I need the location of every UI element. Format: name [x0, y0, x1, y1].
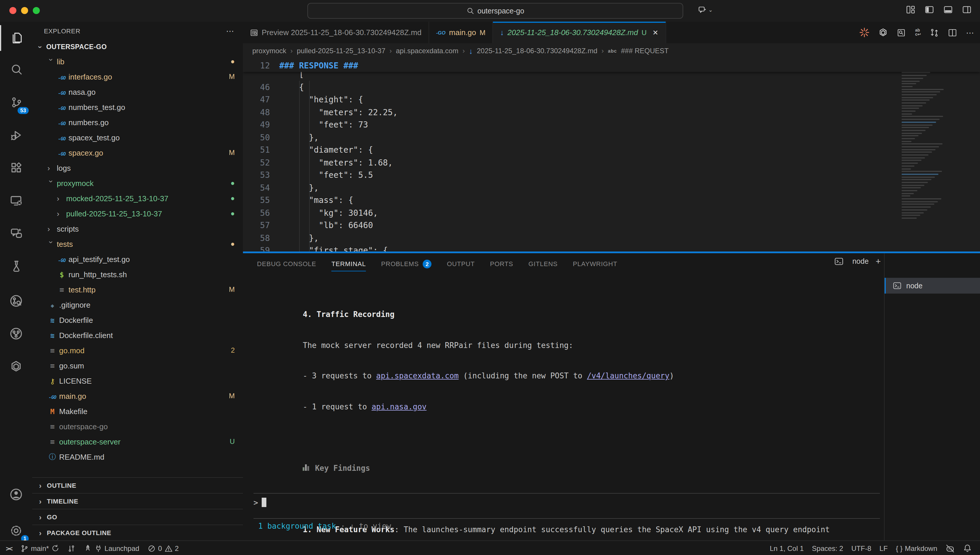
- file-row[interactable]: › logs: [32, 160, 243, 175]
- terminal-list-item[interactable]: node: [885, 278, 980, 294]
- file-row[interactable]: › Makefile: [32, 404, 243, 419]
- terminal-text: 4. Traffic Recording: [303, 310, 394, 319]
- panel-tab[interactable]: GITLENS: [528, 253, 558, 274]
- launchpad-item[interactable]: Launchpad: [84, 544, 139, 552]
- accounts-icon[interactable]: [0, 481, 32, 507]
- source-control-view-icon[interactable]: 53: [0, 90, 32, 115]
- panel-resize-sash[interactable]: [243, 252, 980, 253]
- command-center-search[interactable]: outerspace-go: [307, 3, 683, 19]
- file-row[interactable]: › go.mod 2: [32, 343, 243, 358]
- file-row[interactable]: › test.http M: [32, 282, 243, 297]
- remote-indicator[interactable]: ><: [6, 545, 12, 552]
- background-task-bar[interactable]: 1 background task · ↓ to view: [258, 522, 391, 531]
- file-row[interactable]: › outerspace-server U: [32, 434, 243, 449]
- chat-view-icon[interactable]: [0, 220, 32, 246]
- file-row[interactable]: › Dockerfile: [32, 312, 243, 327]
- file-row[interactable]: › go.sum: [32, 358, 243, 373]
- testing-view-icon[interactable]: [0, 253, 32, 279]
- copilot-disabled-icon[interactable]: [945, 544, 955, 553]
- file-row[interactable]: › proxymock ●: [32, 175, 243, 191]
- panel-tab[interactable]: DEBUG CONSOLE: [257, 253, 316, 274]
- zoom-window-button[interactable]: [33, 7, 40, 14]
- file-row[interactable]: › outerspace-go: [32, 419, 243, 434]
- notifications-bell-icon[interactable]: [963, 544, 972, 553]
- language-mode[interactable]: { } Markdown: [896, 544, 937, 552]
- toggle-panel-icon[interactable]: [943, 5, 953, 14]
- file-row[interactable]: › api_testify_test.go: [32, 252, 243, 267]
- eol-sequence[interactable]: LF: [880, 544, 888, 552]
- file-row[interactable]: › README.md: [32, 449, 243, 464]
- sidebar-section-header[interactable]: › PACKAGE OUTLINE: [32, 525, 243, 541]
- tab-response-md[interactable]: ↓ 2025-11-25_18-06-30.730249428Z.md U ✕: [493, 22, 666, 43]
- claude-starburst-icon[interactable]: [859, 27, 869, 37]
- git-modified-badge: M: [480, 28, 486, 37]
- copilot-chat-button[interactable]: ⌄: [698, 5, 713, 14]
- panel-tab[interactable]: TERMINAL: [331, 253, 366, 274]
- branch-status[interactable]: main*: [21, 544, 59, 552]
- workspace-root-folder[interactable]: › OUTERSPACE-GO: [32, 40, 243, 54]
- gitlens-view-icon[interactable]: [0, 288, 32, 313]
- file-row[interactable]: › scripts: [32, 221, 243, 236]
- panel-tab[interactable]: OUTPUT: [447, 253, 475, 274]
- run-debug-view-icon[interactable]: [0, 122, 32, 148]
- file-row[interactable]: › Dockerfile.client: [32, 327, 243, 343]
- file-row[interactable]: › main.go M: [32, 388, 243, 404]
- sync-changes-icon[interactable]: [930, 28, 939, 37]
- git-graph-view-icon[interactable]: [0, 321, 32, 346]
- close-window-button[interactable]: [10, 7, 16, 14]
- extensions-view-icon[interactable]: [0, 155, 32, 181]
- toggle-primary-sidebar-icon[interactable]: [924, 5, 934, 14]
- new-terminal-icon[interactable]: +: [876, 256, 881, 266]
- split-editor-icon[interactable]: [948, 28, 957, 37]
- panel-tab[interactable]: PROBLEMS 2: [381, 253, 432, 274]
- remote-explorer-view-icon[interactable]: [0, 188, 32, 213]
- file-row[interactable]: › numbers.go: [32, 115, 243, 130]
- word-wrap-icon[interactable]: abc↩: [915, 29, 921, 36]
- sidebar-section-header[interactable]: › OUTLINE: [32, 477, 243, 493]
- close-tab-icon[interactable]: ✕: [652, 28, 658, 37]
- openai-icon[interactable]: [878, 27, 888, 37]
- customize-layout-icon[interactable]: [906, 5, 916, 14]
- sidebar-section-header[interactable]: › GO: [32, 509, 243, 525]
- breadcrumb-item[interactable]: proxymock: [252, 47, 286, 55]
- openai-view-icon[interactable]: [0, 353, 32, 379]
- sidebar-section-header[interactable]: › TIMELINE: [32, 493, 243, 509]
- minimap[interactable]: [899, 59, 949, 235]
- file-row[interactable]: › spacex.go M: [32, 145, 243, 160]
- file-row[interactable]: › nasa.go: [32, 84, 243, 99]
- file-row[interactable]: › .gitignore: [32, 297, 243, 312]
- file-row[interactable]: › spacex_test.go: [32, 130, 243, 145]
- explorer-view-icon[interactable]: [0, 25, 32, 51]
- tab-main-go[interactable]: -GO main.go M: [429, 22, 493, 43]
- file-row[interactable]: › numbers_test.go: [32, 99, 243, 115]
- panel-tab[interactable]: PORTS: [490, 253, 513, 274]
- sticky-scroll-line[interactable]: 12 ### RESPONSE ###: [243, 58, 980, 72]
- more-actions-icon[interactable]: ⋯: [966, 28, 974, 37]
- breadcrumb-item[interactable]: ### REQUEST: [621, 47, 669, 55]
- cursor-position[interactable]: Ln 1, Col 1: [770, 544, 804, 552]
- file-row[interactable]: › LICENSE: [32, 373, 243, 388]
- breadcrumb-item[interactable]: pulled-2025-11-25_13-10-37: [297, 47, 385, 55]
- file-row[interactable]: › pulled-2025-11-25_13-10-37 ●: [32, 206, 243, 221]
- problems-status[interactable]: 0 2: [148, 544, 179, 552]
- code-editor[interactable]: 12 ### RESPONSE ### [ 46 { 47 "height": …: [243, 58, 980, 252]
- file-row[interactable]: › mocked-2025-11-25_13-10-37 ●: [32, 191, 243, 206]
- settings-gear-icon[interactable]: 1: [0, 518, 32, 543]
- explorer-more-actions-icon[interactable]: ⋯: [226, 26, 235, 35]
- file-row[interactable]: › interfaces.go M: [32, 69, 243, 84]
- toggle-secondary-sidebar-icon[interactable]: [962, 5, 972, 14]
- file-row[interactable]: › lib ●: [32, 54, 243, 69]
- breadcrumb-item[interactable]: 2025-11-25_18-06-30.730249428Z.md: [477, 47, 597, 55]
- terminal-prompt[interactable]: >: [254, 498, 266, 507]
- file-row[interactable]: › run_http_tests.sh: [32, 267, 243, 282]
- compare-branches-item[interactable]: [67, 544, 75, 552]
- minimize-window-button[interactable]: [21, 7, 28, 14]
- tab-preview-md[interactable]: Preview 2025-11-25_18-06-30.730249428Z.m…: [243, 22, 429, 43]
- panel-tab[interactable]: PLAYWRIGHT: [573, 253, 617, 274]
- encoding[interactable]: UTF-8: [851, 544, 871, 552]
- indentation[interactable]: Spaces: 2: [812, 544, 843, 552]
- breadcrumb-item[interactable]: api.spacexdata.com: [396, 47, 459, 55]
- search-view-icon[interactable]: [0, 57, 32, 82]
- file-row[interactable]: › tests ●: [32, 236, 243, 252]
- search-editor-icon[interactable]: [897, 28, 906, 37]
